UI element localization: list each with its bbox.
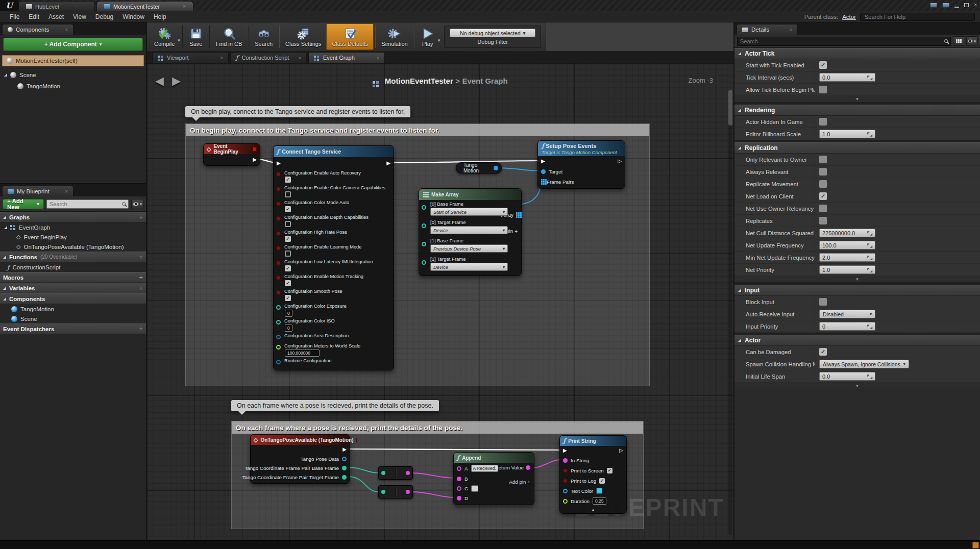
variables-section-header[interactable]: Variables +: [0, 283, 146, 293]
event-beginplay-row[interactable]: ◇ Event BeginPlay: [0, 232, 146, 242]
enum-pin[interactable]: [422, 242, 426, 246]
section-input[interactable]: Input: [734, 285, 980, 296]
node-print-string[interactable]: ƒ Print String ▶ ▷ In String Print to Sc…: [559, 435, 627, 514]
bool-pin[interactable]: [276, 276, 281, 280]
drag-handle-icon[interactable]: ◤◢: [867, 75, 872, 80]
exec-out-pin[interactable]: ▷: [619, 448, 623, 453]
value-spinbox[interactable]: 2.0◤◢: [819, 253, 875, 262]
struct-pin[interactable]: [276, 360, 281, 364]
parent-class-link[interactable]: Actor: [842, 14, 856, 20]
macros-section-header[interactable]: Macros +: [0, 272, 146, 283]
enum-pin[interactable]: [422, 205, 426, 210]
exec-out-pin[interactable]: ▶: [342, 447, 347, 452]
exec-out-pin[interactable]: ▶: [386, 161, 390, 166]
add-component-button[interactable]: + Add Component ▾: [3, 38, 143, 51]
debug-object-dropdown[interactable]: No debug object selected ▾: [450, 29, 535, 37]
pose-data-pin[interactable]: [342, 457, 347, 461]
dispatchers-section-header[interactable]: Event Dispatchers +: [0, 323, 146, 334]
enum-dropdown[interactable]: Device▾: [430, 263, 508, 271]
bool-pin[interactable]: [276, 172, 281, 177]
string-value-field[interactable]: A Recieved:: [471, 465, 498, 472]
drag-handle-icon[interactable]: ◤◢: [867, 255, 872, 260]
component-row-tangomotion[interactable]: TangoMotion: [0, 81, 146, 92]
string-in-pin[interactable]: [563, 458, 568, 463]
node-tango-motion-variable[interactable]: Tango Motion: [456, 162, 502, 173]
checkbox[interactable]: [819, 298, 827, 306]
add-dispatcher-icon[interactable]: +: [139, 325, 143, 333]
section-actor[interactable]: Actor: [734, 335, 980, 346]
menu-debug[interactable]: Debug: [91, 13, 118, 20]
notification-badge[interactable]: [972, 542, 979, 548]
base-frame-pin[interactable]: [342, 466, 347, 470]
add-graph-icon[interactable]: +: [139, 213, 143, 221]
enum-dropdown[interactable]: Device▾: [430, 226, 508, 234]
int-pin[interactable]: [276, 320, 281, 325]
checkbox[interactable]: ✓: [819, 61, 827, 69]
pin-checkbox[interactable]: ✓: [285, 280, 291, 286]
drag-handle-icon[interactable]: ◤◢: [867, 324, 872, 329]
checkbox[interactable]: ✓: [819, 348, 827, 356]
pin-checkbox[interactable]: ✓: [607, 468, 612, 473]
object-pin[interactable]: [276, 335, 281, 339]
dropdown[interactable]: Always Spawn, Ignore Collisions▾: [819, 360, 909, 368]
details-search-input[interactable]: [740, 38, 944, 44]
components-panel-tab[interactable]: Components ×: [2, 24, 74, 35]
checkbox[interactable]: [819, 168, 827, 176]
window-tab-hublevel[interactable]: HubLevel: [18, 1, 95, 11]
bool-pin[interactable]: [276, 202, 281, 206]
close-window-icon[interactable]: ×: [974, 2, 977, 9]
value-spinbox[interactable]: 0.0◤◢: [819, 372, 875, 381]
bool-pin[interactable]: [276, 246, 281, 251]
string-in-pin[interactable]: [457, 477, 461, 481]
simulation-button[interactable]: Simulation: [376, 23, 412, 50]
breadcrumb-leaf[interactable]: Event Graph: [462, 77, 507, 85]
string-in-pin[interactable]: [457, 486, 461, 491]
section-expander[interactable]: ▼: [734, 276, 980, 283]
string-in-pin[interactable]: [457, 466, 461, 471]
array-pin[interactable]: [541, 179, 543, 181]
blueprint-search-box[interactable]: [46, 199, 129, 209]
section-actor-tick[interactable]: Actor Tick: [734, 48, 980, 59]
eventgraph-row[interactable]: EventGraph: [0, 222, 146, 232]
int-pin[interactable]: [276, 305, 281, 310]
add-pin-button[interactable]: Add pin +: [509, 479, 530, 485]
enum-dropdown[interactable]: Start of Service▾: [430, 208, 508, 216]
menu-asset[interactable]: Asset: [44, 13, 68, 20]
bool-pin[interactable]: [276, 216, 281, 221]
enum-in-pin[interactable]: [381, 471, 385, 475]
pin-checkbox[interactable]: ✓: [285, 177, 291, 183]
add-variable-icon[interactable]: +: [139, 284, 143, 292]
target-frame-pin[interactable]: [342, 475, 347, 480]
breadcrumb-root[interactable]: MotionEventTester: [385, 77, 453, 85]
details-panel-tab[interactable]: Details ×: [737, 24, 798, 35]
class-defaults-button[interactable]: Class Defaults: [326, 23, 374, 50]
menu-help[interactable]: Help: [149, 13, 171, 20]
close-icon[interactable]: ×: [789, 27, 792, 33]
checkbox[interactable]: [819, 156, 827, 163]
bool-pin[interactable]: [563, 468, 568, 473]
bool-pin[interactable]: [276, 261, 281, 265]
float-pin[interactable]: [563, 499, 568, 504]
checkbox[interactable]: ✓: [819, 192, 827, 200]
find-in-cb-button[interactable]: Find in CB: [211, 23, 247, 50]
ontangopose-row[interactable]: ◇ OnTangoPoseAvailable (TangoMotion): [0, 242, 146, 252]
bool-pin[interactable]: [563, 479, 568, 483]
close-icon[interactable]: ×: [65, 27, 68, 33]
pin-checkbox[interactable]: ✓: [285, 236, 291, 242]
minimize-icon[interactable]: [954, 7, 959, 8]
pin-checkbox[interactable]: [285, 251, 291, 257]
expander-icon[interactable]: [4, 226, 7, 229]
bool-pin[interactable]: [276, 290, 281, 295]
tab-viewport[interactable]: Viewport ×: [152, 52, 229, 63]
pin-value-field[interactable]: 0: [285, 325, 292, 332]
section-expander[interactable]: ▼: [734, 383, 980, 389]
menu-file[interactable]: File: [5, 13, 24, 20]
add-macro-icon[interactable]: +: [139, 273, 143, 281]
close-icon[interactable]: ×: [183, 4, 186, 9]
drag-handle-icon[interactable]: ◤◢: [867, 231, 872, 236]
drag-handle-icon[interactable]: ◤◢: [867, 374, 872, 379]
color-pin[interactable]: [563, 489, 568, 493]
save-button[interactable]: Save: [184, 23, 208, 50]
node-collapse-toggle[interactable]: ▲: [560, 506, 626, 513]
checkbox[interactable]: [819, 217, 827, 224]
